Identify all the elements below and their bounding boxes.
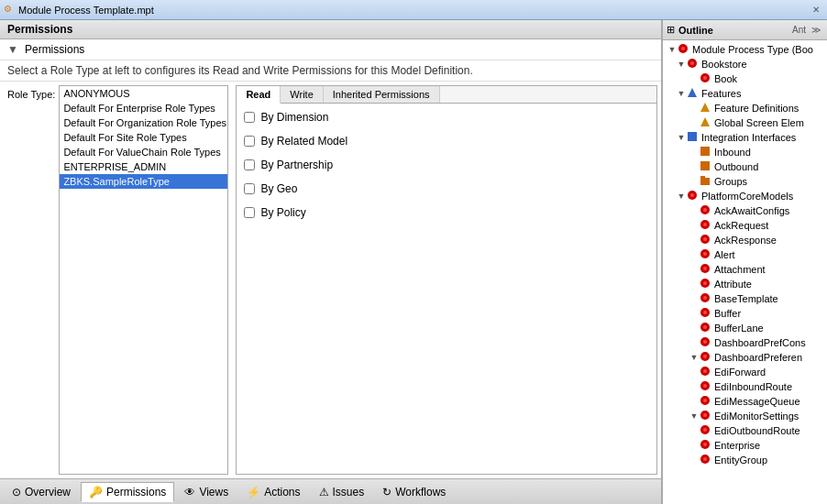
tree-item-buffer-lane[interactable]: BufferLane xyxy=(663,321,827,335)
tree-item-edi-outbound-route[interactable]: EdiOutboundRoute xyxy=(663,423,827,438)
tree-item-dashboard-preferen[interactable]: ▼DashboardPreferen xyxy=(663,350,827,365)
more-button[interactable]: ≫ xyxy=(809,25,823,35)
tree-item-attachment[interactable]: Attachment xyxy=(663,262,827,277)
tree-item-dashboard-pref-cons[interactable]: DashboardPrefCons xyxy=(663,335,827,350)
tree-expand-buffer xyxy=(689,308,700,319)
bottom-tab-actions[interactable]: ⚡Actions xyxy=(238,482,308,502)
title-bar-close-button[interactable]: ✕ xyxy=(809,5,823,15)
tree-item-platform-core-models[interactable]: ▼PlatformCoreModels xyxy=(663,189,827,203)
tree-expand-dashboard-preferen: ▼ xyxy=(689,352,700,363)
tree-icon-ack-request xyxy=(700,219,712,232)
tree-item-entity-group[interactable]: EntityGroup xyxy=(663,453,827,467)
svg-point-1 xyxy=(681,47,685,50)
svg-point-5 xyxy=(703,76,707,80)
tree-label-edi-inbound-route: EdiInboundRoute xyxy=(714,381,792,392)
svg-point-45 xyxy=(703,413,707,417)
tree-item-module-process-type[interactable]: ▼Module Process Type (Boo xyxy=(663,42,827,57)
tree-item-ack-await[interactable]: AckAwaitConfigs xyxy=(663,203,827,218)
tree-item-buffer[interactable]: Buffer xyxy=(663,306,827,321)
tree-item-ack-request[interactable]: AckRequest xyxy=(663,218,827,233)
tree-expand-edi-message-queue xyxy=(689,396,700,407)
tree-item-outbound[interactable]: Outbound xyxy=(663,159,827,174)
tree-container[interactable]: ▼Module Process Type (Boo▼BookstoreBook▼… xyxy=(663,40,827,504)
bottom-tab-label-views: Views xyxy=(199,486,228,499)
tree-item-feature-definitions[interactable]: Feature Definitions xyxy=(663,101,827,115)
svg-point-31 xyxy=(703,311,707,314)
tree-expand-edi-forward xyxy=(689,367,700,378)
checkbox-label-by-dimension: By Dimension xyxy=(260,111,328,124)
tree-icon-dashboard-pref-cons xyxy=(700,336,712,349)
bottom-tab-issues[interactable]: ⚠Issues xyxy=(311,482,373,502)
tree-icon-features xyxy=(687,87,700,100)
ant-button[interactable]: Ant xyxy=(789,25,809,35)
tree-icon-module-process-type xyxy=(678,43,690,56)
tree-label-buffer: Buffer xyxy=(714,308,741,319)
tree-item-ack-response[interactable]: AckResponse xyxy=(663,233,827,247)
svg-point-3 xyxy=(690,61,694,65)
tab-content: By DimensionBy Related ModelBy Partnersh… xyxy=(237,104,656,474)
svg-point-27 xyxy=(703,281,707,285)
tree-item-bookstore[interactable]: ▼Bookstore xyxy=(663,57,827,71)
tree-item-groups[interactable]: Groups xyxy=(663,174,827,189)
checkbox-by-related-model[interactable] xyxy=(244,136,255,147)
svg-point-41 xyxy=(703,384,707,388)
tree-item-edi-forward[interactable]: EdiForward xyxy=(663,365,827,379)
tree-label-inbound: Inbound xyxy=(714,147,751,158)
role-list-item[interactable]: ZBKS.SampleRoleType xyxy=(60,174,227,189)
role-type-label: Role Type: xyxy=(0,82,59,478)
tab-inherited[interactable]: Inherited Permissions xyxy=(324,86,440,103)
bottom-tab-permissions[interactable]: 🔑Permissions xyxy=(81,482,174,502)
tree-item-edi-inbound-route[interactable]: EdiInboundRoute xyxy=(663,379,827,394)
role-list-container[interactable]: ANONYMOUSDefault For Enterprise Role Typ… xyxy=(59,85,228,475)
bottom-tab-icon-actions: ⚡ xyxy=(247,486,260,499)
svg-point-17 xyxy=(703,208,707,212)
checkbox-item-by-policy: By Policy xyxy=(244,206,649,219)
tree-item-features[interactable]: ▼Features xyxy=(663,86,827,101)
tree-item-alert[interactable]: Alert xyxy=(663,247,827,262)
checkbox-by-policy[interactable] xyxy=(244,207,255,218)
checkbox-item-by-partnership: By Partnership xyxy=(244,159,649,171)
right-panel: ⊞ Outline Ant ≫ ▼Module Process Type (Bo… xyxy=(662,20,827,504)
bottom-tab-views[interactable]: 👁Views xyxy=(176,482,237,502)
checkbox-by-partnership[interactable] xyxy=(244,159,255,170)
tree-item-attribute[interactable]: Attribute xyxy=(663,277,827,291)
tree-expand-edi-inbound-route xyxy=(689,381,700,392)
role-list-item[interactable]: Default For Site Role Types xyxy=(60,130,227,145)
checkbox-by-geo[interactable] xyxy=(244,183,255,194)
bottom-tab-overview[interactable]: ⊙Overview xyxy=(4,482,79,502)
tree-item-edi-message-queue[interactable]: EdiMessageQueue xyxy=(663,394,827,409)
tab-write[interactable]: Write xyxy=(281,86,323,103)
tree-item-edi-monitor-settings[interactable]: ▼EdiMonitorSettings xyxy=(663,409,827,423)
bottom-tab-label-workflows: Workflows xyxy=(395,486,446,499)
tree-expand-outbound xyxy=(689,161,700,172)
tree-label-ack-await: AckAwaitConfigs xyxy=(714,205,789,216)
role-list-item[interactable]: Default For ValueChain Role Types xyxy=(60,145,227,159)
tree-item-book[interactable]: Book xyxy=(663,71,827,86)
role-list-item[interactable]: ENTERPRISE_ADMIN xyxy=(60,159,227,174)
svg-point-49 xyxy=(703,443,707,446)
tree-item-enterprise[interactable]: Enterprise xyxy=(663,438,827,453)
tree-item-integration-interfaces[interactable]: ▼Integration Interfaces xyxy=(663,130,827,145)
tree-expand-base-template xyxy=(689,293,700,304)
tree-item-base-template[interactable]: BaseTemplate xyxy=(663,291,827,306)
role-list-item[interactable]: Default For Organization Role Types xyxy=(60,115,227,130)
checkbox-by-dimension[interactable] xyxy=(244,112,255,123)
tree-icon-attachment xyxy=(700,263,712,276)
bottom-tab-workflows[interactable]: ↻Workflows xyxy=(374,482,454,502)
tree-item-inbound[interactable]: Inbound xyxy=(663,145,827,159)
right-panel-actions: Ant ≫ xyxy=(789,25,823,35)
tree-item-global-screen-elem[interactable]: Global Screen Elem xyxy=(663,115,827,130)
tab-read[interactable]: Read xyxy=(237,86,281,104)
svg-point-29 xyxy=(703,296,707,300)
tree-label-module-process-type: Module Process Type (Boo xyxy=(692,44,813,55)
svg-point-21 xyxy=(703,237,707,241)
bottom-tab-label-issues: Issues xyxy=(333,486,365,499)
tree-label-base-template: BaseTemplate xyxy=(714,293,778,304)
svg-point-47 xyxy=(703,428,707,432)
bottom-tab-icon-overview: ⊙ xyxy=(12,486,21,499)
tree-expand-ack-request xyxy=(689,220,700,231)
role-list-item[interactable]: Default For Enterprise Role Types xyxy=(60,101,227,115)
tree-icon-buffer-lane xyxy=(700,322,712,334)
tree-icon-edi-outbound-route xyxy=(700,424,712,437)
role-list-item[interactable]: ANONYMOUS xyxy=(60,86,227,101)
